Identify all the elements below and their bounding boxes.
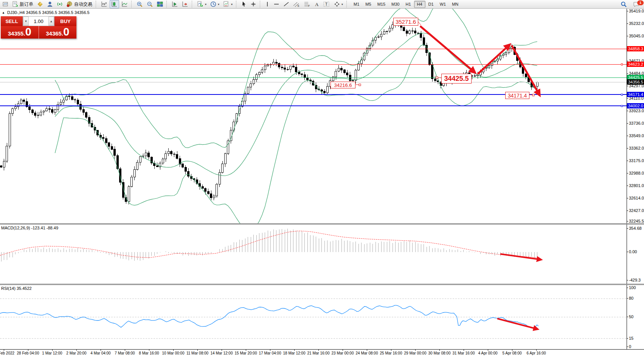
arrows-button[interactable]: ▾ [332, 0, 345, 8]
contacts-button[interactable] [45, 0, 54, 8]
time-label: 31 Mar 16:00 [453, 351, 475, 355]
annotation-34425.5[interactable]: 34425.5 [441, 74, 472, 84]
line-handle[interactable] [621, 105, 623, 107]
timeframe-mn[interactable]: MN [449, 1, 461, 8]
annotation-35271.6[interactable]: 35271.6 [393, 18, 418, 26]
horizontal-line-34002.0[interactable] [0, 105, 627, 106]
time-axis[interactable]: 25 Feb 202228 Feb 04:001 Mar 12:002 Mar … [0, 349, 644, 356]
auto-scroll-button[interactable] [170, 0, 180, 8]
macd-axis[interactable]: 354.680.00-429.3 [627, 224, 644, 284]
time-label: 28 Feb 04:00 [17, 351, 39, 355]
toolbar-separator [346, 1, 348, 8]
market-watch-button[interactable] [36, 0, 45, 8]
search-button[interactable] [619, 0, 628, 9]
annotation-34216.6[interactable]: 34216.6 [331, 82, 355, 88]
auto-trading-label: 自动交易 [74, 1, 92, 8]
text-button[interactable]: A [313, 0, 321, 8]
timeframe-h4[interactable]: H4 [414, 1, 425, 8]
panel-splitter-rsi[interactable] [0, 284, 644, 285]
cursor-button[interactable] [240, 0, 248, 8]
annotation-34171.4[interactable]: 34171.4 [505, 92, 529, 99]
text-label-button[interactable]: T [322, 0, 332, 8]
equidistant-channel-button[interactable]: E [292, 0, 301, 8]
periods-button[interactable]: ▾ [209, 0, 221, 8]
ask-price[interactable]: 34365. 0 [39, 26, 77, 39]
time-label: 23 Mar 00:00 [332, 351, 354, 355]
signals-button[interactable] [55, 0, 64, 8]
rsi-axis[interactable]: 1008050150 [627, 285, 644, 349]
line-handle[interactable] [621, 94, 623, 96]
chart-shift-button[interactable] [180, 0, 190, 8]
bid-price-small: 34355. [8, 30, 25, 37]
horizontal-line-icon [273, 1, 279, 7]
time-label: 10 Mar 00:00 [162, 351, 185, 355]
price-line-label: 34858.3 [627, 46, 644, 51]
price-tick-label: 32801.0 [629, 183, 644, 188]
toolbar-separator [260, 1, 262, 8]
current-price-label: 34356.5 [627, 79, 644, 85]
macd-scale-label: -429.3 [629, 278, 641, 282]
timeframe-h1[interactable]: H1 [402, 1, 414, 8]
volume-decrease-button[interactable]: ▼ [23, 17, 29, 26]
auto-trading-icon [67, 1, 73, 7]
time-tick [343, 350, 343, 351]
panel-splitter-macd[interactable] [0, 223, 644, 224]
horizontal-line-34858.3[interactable] [0, 49, 627, 49]
macd-panel: MACD(12,26,9) -123.41 -88.49 354.680.00-… [0, 224, 644, 284]
candle-chart-button[interactable] [110, 0, 119, 8]
toolbar: 新订单自动交易▾▾▾EFAT▾M1M5M15M30H1H4D1W1MN1 [0, 0, 644, 9]
trendline-button[interactable] [282, 0, 291, 8]
price-tick-label: 35419.0 [629, 9, 644, 13]
timeframe-m30[interactable]: M30 [388, 1, 402, 8]
notification-badge: 1 [637, 0, 644, 5]
timeframe-m15[interactable]: M15 [374, 1, 388, 8]
new-order-button[interactable]: 新订单 [11, 0, 35, 8]
app-logo-button[interactable] [1, 0, 10, 8]
buy-button[interactable]: BUY [54, 16, 76, 26]
timeframe-m5[interactable]: M5 [362, 1, 374, 8]
chart-shift-icon [182, 1, 188, 7]
crosshair-button[interactable] [249, 0, 258, 8]
line-chart-button[interactable] [120, 0, 129, 8]
vertical-line-button[interactable] [264, 0, 271, 8]
tile-windows-button[interactable] [155, 0, 164, 8]
horizontal-line-34171.4[interactable] [0, 94, 627, 95]
time-label: 25 Mar 16:00 [380, 351, 402, 355]
sell-button[interactable]: SELL [1, 16, 23, 26]
price-line-label: 34002.0 [627, 103, 644, 108]
zoom-out-button[interactable] [145, 0, 155, 8]
horizontal-line-34623.2[interactable] [0, 64, 627, 65]
price-axis[interactable]: 35419.035232.035045.034858.034671.034484… [627, 9, 644, 223]
volume-value[interactable]: 1.00 [29, 17, 48, 26]
horizontal-line-34425.5[interactable] [0, 77, 627, 78]
timeframe-d1[interactable]: D1 [425, 1, 437, 8]
price-tick-label: 35232.0 [629, 21, 644, 26]
indicators-button[interactable]: ▾ [196, 0, 208, 8]
main-chart-panel: ▲ DJ30-,H4 34356.5 34356.5 34356.5 34356… [0, 9, 644, 223]
timeframe-w1[interactable]: W1 [437, 1, 449, 8]
toolbar-separator [131, 1, 133, 8]
toolbar-separator [96, 1, 98, 8]
zoom-in-icon [137, 1, 143, 8]
bid-price[interactable]: 34355. 0 [1, 26, 39, 39]
chevron-down-icon: ▾ [205, 3, 206, 6]
timeframe-group: M1M5M15M30H1H4D1W1MN [351, 1, 461, 8]
time-tick [52, 350, 53, 351]
time-tick [415, 350, 416, 351]
time-label: 15 Mar 20:00 [235, 351, 257, 355]
auto-trading-button[interactable]: 自动交易 [65, 0, 94, 8]
fibonacci-button[interactable]: F [302, 0, 312, 8]
bar-chart-button[interactable] [99, 0, 109, 8]
horizontal-line-button[interactable] [272, 0, 281, 8]
line-handle[interactable] [621, 63, 623, 65]
volume-increase-button[interactable]: ▲ [48, 17, 54, 26]
chart-header: ▲ DJ30-,H4 34356.5 34356.5 34356.5 34356… [2, 10, 90, 15]
templates-button[interactable]: ▾ [222, 0, 234, 8]
messages-button[interactable]: 1 [632, 0, 641, 9]
zoom-in-button[interactable] [135, 0, 144, 8]
timeframe-m1[interactable]: M1 [351, 1, 362, 8]
tile-windows-icon [157, 1, 163, 7]
time-tick [294, 350, 295, 351]
crosshair-icon [250, 1, 256, 7]
time-label: 25 Feb 2022 [0, 351, 14, 355]
